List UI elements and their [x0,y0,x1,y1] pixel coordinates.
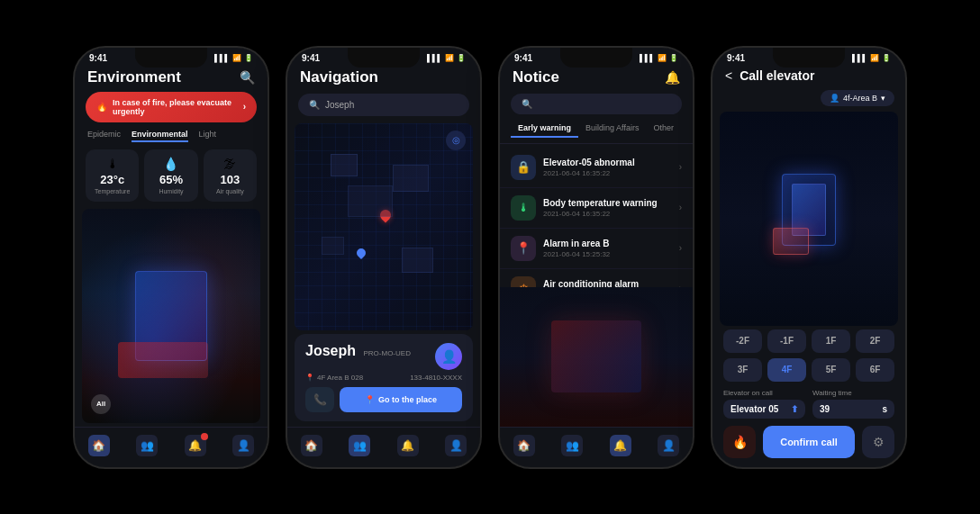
floor-btn-5[interactable]: 5F [812,358,850,382]
phone-notch-1 [135,48,207,68]
notice-icon-2: 📍 [511,236,536,261]
phone-notch-4 [773,48,845,68]
metric-temperature: 🌡 23°c Temperature [86,149,139,202]
tab-other[interactable]: Other [646,122,681,138]
user-icon-3: 👤 [658,435,679,456]
phone-elevator: 9:41 ▌▌▌ 📶 🔋 < Call elevator 👤 4f-Area B… [711,46,907,469]
map-location-btn[interactable]: ◎ [446,131,466,150]
status-icons-4: ▌▌▌ 📶 🔋 [852,54,891,62]
map-building-1 [331,154,358,176]
notice-item-3[interactable]: ❄ Air conditioning alarm 2021-06-04 13:5… [500,269,693,287]
nav2-search[interactable]: 🔍 Joseph [298,94,469,116]
air-value: 103 [220,173,240,186]
notice-list: 🔒 Elevator-05 abnormal 2021-06-04 16:35:… [500,148,693,287]
battery-icon-1: 🔋 [244,54,253,62]
people-icon-2: 👥 [349,435,370,456]
phone-screen-3: 9:41 ▌▌▌ 📶 🔋 Notice 🔔 🔍 Early warning Bu… [500,48,693,467]
person-info-top: Joseph PRO-MO-UED 👤 [305,343,462,370]
all-badge[interactable]: All [91,394,111,414]
goto-button[interactable]: 📍 Go to the place [340,387,462,412]
nav2-title: Navigation [300,68,378,86]
notice-title-0: Elevator-05 abnormal [543,158,672,167]
nav-user-3[interactable]: 👤 [658,435,679,456]
nav-people-3[interactable]: 👥 [561,435,583,456]
notice-content-3: Air conditioning alarm 2021-06-04 13:50:… [543,279,672,287]
nav-home-2[interactable]: 🏠 [301,435,322,456]
floor-btn-neg1[interactable]: -1F [767,329,806,353]
floor-btn-1[interactable]: 1F [812,329,850,353]
nav-home-3[interactable]: 🏠 [513,435,535,456]
fire-icon: 🔥 [96,102,107,112]
time-2: 9:41 [302,53,320,63]
nav-bell-1[interactable]: 🔔 [185,435,206,456]
floor-btn-3[interactable]: 3F [723,358,762,382]
user-icon-2: 👤 [445,435,467,456]
back-button[interactable]: < [725,68,732,83]
notice-item-1[interactable]: 🌡 Body temperature warning 2021-06-04 16… [500,188,693,229]
notice-date-2: 2021-06-04 15:25:32 [543,250,672,258]
metric-air: 🌫 103 Air quality [204,149,257,202]
elevator-value-row: Elevator 05 ⬆ [723,400,805,419]
person-name-block: Joseph PRO-MO-UED [305,343,411,359]
tab-building-affairs[interactable]: Building Affairs [578,122,646,138]
notice-background [500,287,693,427]
phone-notch-2 [348,48,420,68]
elevator-title: Call elevator [740,68,814,83]
floor-btn-6[interactable]: 6F [856,358,894,382]
elev-highlight [773,228,809,255]
metric-humidity: 💧 65% Humidity [144,149,197,202]
env-search-icon[interactable]: 🔍 [240,70,255,85]
person-location: 📍 4F Area B 028 133-4810-XXXX [305,374,462,382]
call-button[interactable]: 📞 [305,387,334,412]
waiting-value-row: 39 s [812,400,894,419]
elevator-icon: ⬆ [791,404,798,414]
notice-bell-icon[interactable]: 🔔 [665,70,680,85]
bottom-nav-1: 🏠 👥 🔔 👤 [75,427,268,467]
env-title: Environment [87,68,181,86]
map-building-5 [348,185,393,217]
humidity-icon: 💧 [163,157,178,171]
building-glow [135,271,207,361]
notice-item-2[interactable]: 📍 Alarm in area B 2021-06-04 15:25:32 › [500,229,693,269]
tab-epidemic[interactable]: Epidemic [87,130,121,142]
people-icon-1: 👥 [136,435,158,456]
person-name: Joseph [305,343,356,358]
tab-light[interactable]: Light [199,130,217,142]
alarm-button[interactable]: 🔥 [723,426,756,458]
notice-item-0[interactable]: 🔒 Elevator-05 abnormal 2021-06-04 16:35:… [500,148,693,188]
floor-area-badge[interactable]: 👤 4f-Area B ▾ [821,90,894,106]
nav-home-1[interactable]: 🏠 [88,435,110,456]
tab-environmental[interactable]: Environmental [132,130,188,142]
nav-people-2[interactable]: 👥 [349,435,370,456]
env-tabs: Epidemic Environmental Light [75,130,268,149]
notice-tabs: Early warning Building Affairs Other [500,122,693,144]
home-icon-2: 🏠 [301,435,322,456]
notice-icon-0: 🔒 [511,155,536,180]
phone-notice: 9:41 ▌▌▌ 📶 🔋 Notice 🔔 🔍 Early warning Bu… [498,46,694,469]
user-icon-1: 👤 [232,435,254,456]
nav-user-2[interactable]: 👤 [445,435,467,456]
status-icons-3: ▌▌▌ 📶 🔋 [640,54,678,62]
metrics-row: 🌡 23°c Temperature 💧 65% Humidity 🌫 103 … [75,149,268,209]
floor-grid-row2: 3F 4F 5F 6F [712,358,905,389]
confirm-call-button[interactable]: Confirm call [763,426,855,458]
floor-btn-2[interactable]: 2F [856,329,894,353]
goto-pin-icon: 📍 [365,395,375,404]
search-icon-3: 🔍 [522,99,532,109]
alert-banner[interactable]: 🔥 In case of fire, please evacuate urgen… [86,92,257,122]
notice-building-shape [551,320,641,392]
nav-user-1[interactable]: 👤 [232,435,254,456]
settings-button[interactable]: ⚙ [862,426,894,458]
tab-early-warning[interactable]: Early warning [511,122,578,138]
waiting-time-block: Waiting time 39 s [812,389,894,419]
notice-search[interactable]: 🔍 [511,94,682,114]
floor-grid-row1: -2F -1F 1F 2F [712,329,905,358]
floor-btn-neg2[interactable]: -2F [723,329,762,353]
nav-bell-2[interactable]: 🔔 [397,435,419,456]
area-label: 4f-Area B [843,94,877,103]
nav-bell-3[interactable]: 🔔 [610,435,631,456]
home-icon-1: 🏠 [88,435,110,456]
floor-btn-4[interactable]: 4F [767,358,806,382]
phone-environment: 9:41 ▌▌▌ 📶 🔋 Environment 🔍 🔥 In case of … [73,46,269,469]
nav-people-1[interactable]: 👥 [136,435,158,456]
